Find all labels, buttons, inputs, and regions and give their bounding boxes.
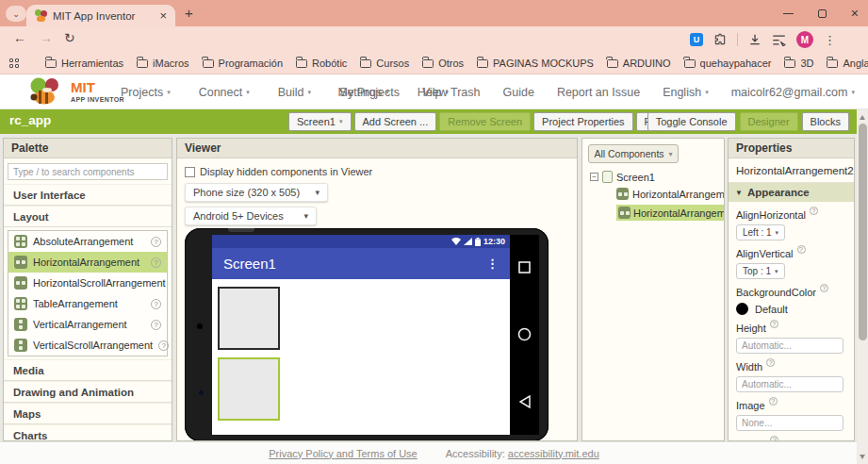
align-horizontal-select[interactable]: Left : 1▾ [736,224,785,240]
bee-logo-icon [26,77,66,106]
download-icon[interactable] [748,33,762,46]
signal-icon [464,238,472,245]
bookmark-folder[interactable]: 3D [784,58,813,69]
help-icon[interactable] [151,237,161,247]
close-icon[interactable]: × [851,6,859,21]
designer-button[interactable]: Designer [740,112,798,131]
apps-grid-icon[interactable] [9,58,19,68]
palette-item-tablearrangement[interactable]: TableArrangement [8,293,167,314]
help-icon[interactable] [151,257,161,268]
horizontal-arrangement-2-selected[interactable] [218,357,280,421]
bookmark-folder[interactable]: PAGINAS MOCKUPS [477,58,594,69]
scrollbar-thumb[interactable] [859,124,867,340]
menu-connect[interactable]: Connect▾ [199,86,250,99]
tab-search-button[interactable]: ⌄ [6,6,26,22]
help-icon[interactable] [797,245,806,254]
palette-section-drawing[interactable]: Drawing and Animation [4,381,172,403]
palette-item-verticalscrollarrangement[interactable]: VerticalScrollArrangement [8,335,167,356]
account-menu[interactable]: maicolr62@gmail.com▾ [731,86,855,99]
reload-icon[interactable]: ↻ [64,30,75,45]
palette-section-maps[interactable]: Maps [4,403,172,424]
bookmark-folder[interactable]: Herramientas [45,58,123,69]
browser-menu-icon[interactable]: ⋮ [824,33,836,47]
add-screen-button[interactable]: Add Screen ... [354,112,437,131]
help-icon[interactable] [151,299,161,309]
bookmark-folder[interactable]: Anglar [827,58,868,69]
tree-item-horizontalarrangement2[interactable]: HorizontalArrangement2 [616,205,724,221]
accessibility-link[interactable]: accessibility.mit.edu [508,448,599,459]
scroll-up-icon[interactable] [860,115,865,120]
components-panel: All Components ▾ − Screen1 HorizontalArr… [581,138,725,441]
tree-item-horizontalarrangement1[interactable]: HorizontalArrangement1 [616,188,724,200]
palette-item-absolutearrangement[interactable]: AbsoluteArrangement [8,231,167,252]
palette-section-user-interface[interactable]: User Interface [4,184,172,206]
profile-avatar[interactable]: M [796,31,813,48]
privacy-link[interactable]: Privacy Policy and Terms of Use [269,448,418,459]
palette-section-media[interactable]: Media [4,359,172,381]
language-menu[interactable]: English▾ [663,86,709,99]
toggle-console-button[interactable]: Toggle Console [647,112,736,131]
scroll-down-icon[interactable] [860,455,865,459]
height-input[interactable] [736,338,843,354]
forward-icon[interactable]: → [40,30,53,45]
width-input[interactable] [736,376,843,392]
help-icon[interactable] [810,207,818,215]
vertical-scrollbar[interactable] [857,110,868,464]
device-type-dropdown[interactable]: Android 5+ Devices ▾ [185,207,317,225]
tree-collapse-icon[interactable]: − [590,173,598,181]
guide-link[interactable]: Guide [503,86,534,99]
help-icon[interactable] [766,358,775,367]
horizontal-arrangement-1[interactable] [218,287,280,350]
bookmark-folder[interactable]: ARDUINO [607,58,671,69]
align-vertical-select[interactable]: Top : 1▾ [736,263,785,279]
bookmark-folder[interactable]: Robótic [296,58,347,69]
menu-projects[interactable]: Projects▾ [121,86,171,99]
back-icon[interactable]: ← [13,30,26,45]
screen-selector-button[interactable]: Screen1▾ [288,112,352,131]
appearance-section-header[interactable]: ▼ Appearance [729,183,854,202]
blocks-button[interactable]: Blocks [802,112,849,131]
appinventor-logo[interactable]: MIT APP INVENTOR [26,77,124,106]
help-icon[interactable] [770,320,778,328]
help-icon[interactable] [151,320,161,330]
background-color-picker[interactable]: Default [736,303,846,315]
tree-item-screen1[interactable]: − Screen1 [590,171,724,183]
menu-build[interactable]: Build▾ [278,86,311,99]
palette-item-horizontalarrangement[interactable]: HorizontalArrangement [8,252,167,273]
palette-section-layout[interactable]: Layout [4,206,172,227]
all-components-dropdown[interactable]: All Components ▾ [588,144,679,163]
view-trash-link[interactable]: View Trash [422,86,481,99]
minimize-icon[interactable] [783,13,794,14]
help-icon[interactable] [820,284,828,292]
maximize-icon[interactable] [818,9,827,18]
palette-section-charts[interactable]: Charts [4,424,172,441]
project-properties-button[interactable]: Project Properties [533,112,632,131]
chevron-down-icon: ▾ [303,211,308,221]
horizontal-arrangement-icon [618,207,631,219]
report-issue-link[interactable]: Report an Issue [557,86,640,99]
image-input[interactable] [736,415,843,431]
ublock-extension-icon[interactable]: U [690,33,703,46]
help-icon[interactable] [769,397,778,406]
new-tab-button[interactable]: + [185,5,193,21]
browser-tab[interactable]: MIT App Inventor × [26,5,175,26]
bookmark-folder[interactable]: Cursos [360,58,409,69]
side-panel-icon[interactable] [772,34,786,46]
help-icon[interactable] [158,340,169,351]
my-projects-link[interactable]: My Projects [338,86,400,99]
display-hidden-checkbox[interactable] [185,167,195,177]
screen-canvas[interactable] [212,279,510,435]
phone-size-dropdown[interactable]: Phone size (320 x 505) ▾ [185,183,328,202]
bookmark-folder[interactable]: Otros [422,58,464,69]
tab-close-icon[interactable]: × [159,8,167,23]
palette-search-input[interactable] [8,163,168,180]
recents-square-icon [518,261,531,273]
bookmark-folder[interactable]: quehaypahacer [684,58,772,69]
bookmark-folder[interactable]: iMacros [137,58,189,69]
remove-screen-button[interactable]: Remove Screen [439,112,531,131]
palette-item-horizontalscrollarrangement[interactable]: HorizontalScrollArrangement [8,273,167,293]
palette-item-verticalarrangement[interactable]: VerticalArrangement [8,314,167,335]
help-icon[interactable] [172,278,172,289]
extensions-puzzle-icon[interactable] [713,33,727,46]
bookmark-folder[interactable]: Programación [203,58,283,69]
